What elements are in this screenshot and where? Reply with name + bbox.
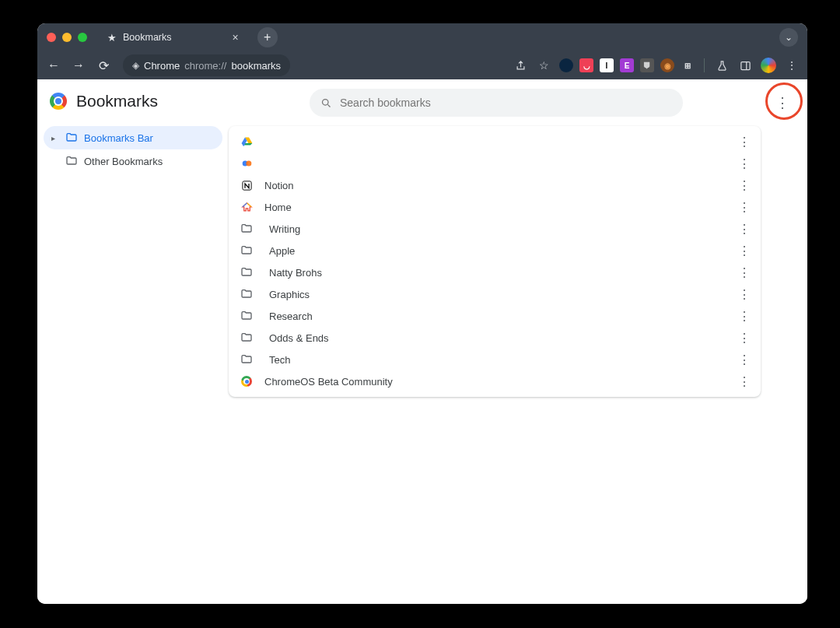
bookmark-more-button[interactable]: ⋮: [736, 222, 753, 237]
tabs-dropdown-button[interactable]: ⌄: [779, 28, 798, 47]
bookmark-item[interactable]: ChromeOS Beta Community⋮: [229, 370, 761, 392]
sidepanel-icon[interactable]: [737, 58, 753, 73]
tab-strip: ★ Bookmarks × + ⌄: [37, 23, 807, 51]
bookmark-more-button[interactable]: ⋮: [736, 331, 753, 346]
profile-avatar[interactable]: [761, 58, 776, 73]
bookmark-item[interactable]: ⋮: [229, 153, 761, 174]
svg-point-1: [323, 99, 329, 105]
folder-icon: [240, 353, 254, 366]
ext-deepl[interactable]: [559, 58, 573, 72]
bookmark-label: Odds & Ends: [269, 332, 736, 344]
folder-icon: [240, 244, 254, 257]
bookmark-more-button[interactable]: ⋮: [736, 156, 753, 171]
page-content: Bookmarks ⋮ ▸Bookmarks BarOther Bookmark…: [37, 79, 807, 604]
search-bar[interactable]: [310, 89, 683, 117]
folder-icon: [240, 288, 254, 300]
bookmark-star-icon[interactable]: ☆: [536, 58, 551, 73]
bookmark-label: Apple: [269, 245, 736, 257]
address-bar[interactable]: ◈ Chrome chrome://bookmarks: [123, 54, 290, 76]
reload-button[interactable]: ⟳: [95, 58, 112, 73]
ext-e[interactable]: E: [620, 58, 634, 72]
forward-button[interactable]: →: [70, 58, 87, 72]
home-color-icon: [240, 202, 254, 213]
bookmark-folder[interactable]: Tech⋮: [229, 349, 761, 370]
bookmark-label: Tech: [269, 354, 736, 366]
ext-instapaper[interactable]: I: [600, 58, 614, 72]
ext-ublock[interactable]: ⛊: [640, 58, 654, 72]
bookmarks-logo-icon: [50, 93, 67, 110]
folder-icon: [240, 223, 254, 235]
bookmark-label: Research: [269, 310, 736, 322]
chevron-right-icon: ▸: [51, 134, 59, 142]
sidebar-item-label: Other Bookmarks: [84, 156, 163, 167]
window-controls: [47, 33, 87, 42]
bookmark-label: Home: [264, 202, 736, 213]
bookmark-label: Natty Brohs: [269, 267, 736, 279]
sidebar-item-other-bookmarks[interactable]: Other Bookmarks: [44, 149, 222, 173]
folder-icon: [65, 132, 78, 144]
copilot-icon: [240, 158, 254, 169]
bookmark-folder[interactable]: Natty Brohs⋮: [229, 261, 761, 283]
ext-puzzle[interactable]: ⊞: [681, 58, 695, 72]
drive-icon: [240, 136, 254, 147]
notion-icon: [240, 180, 254, 191]
organize-menu-button[interactable]: ⋮: [772, 92, 793, 114]
sidebar-item-bookmarks-bar[interactable]: ▸Bookmarks Bar: [44, 126, 222, 149]
bookmark-more-button[interactable]: ⋮: [736, 178, 753, 193]
search-icon: [320, 97, 332, 109]
bookmark-label: Notion: [264, 180, 736, 191]
bookmark-folder[interactable]: Graphics⋮: [229, 283, 761, 305]
browser-tab[interactable]: ★ Bookmarks ×: [100, 23, 247, 51]
bookmark-label: Writing: [269, 223, 736, 235]
star-icon: ★: [107, 32, 117, 44]
bookmark-more-button[interactable]: ⋮: [736, 374, 753, 389]
bookmark-more-button[interactable]: ⋮: [736, 200, 753, 215]
omnibox-path-bold: bookmarks: [231, 60, 281, 72]
bookmark-label: Graphics: [269, 289, 736, 300]
main-panel: ⋮⋮Notion⋮Home⋮Writing⋮Apple⋮Natty Brohs⋮…: [229, 123, 807, 397]
tab-close-button[interactable]: ×: [233, 31, 239, 44]
folder-icon: [65, 155, 78, 167]
fullscreen-window-button[interactable]: [78, 33, 87, 42]
folder-icon: [240, 310, 254, 322]
chrome-icon: [240, 376, 254, 387]
browser-window: ★ Bookmarks × + ⌄ ← → ⟳ ◈ Chrome chrome:…: [37, 23, 807, 604]
search-input[interactable]: [340, 96, 672, 109]
bookmark-folder[interactable]: Writing⋮: [229, 218, 761, 240]
tab-title: Bookmarks: [123, 32, 172, 43]
bookmark-list: ⋮⋮Notion⋮Home⋮Writing⋮Apple⋮Natty Brohs⋮…: [229, 126, 761, 397]
folder-icon: [240, 266, 254, 279]
folder-icon: [240, 332, 254, 344]
sidebar-item-label: Bookmarks Bar: [84, 132, 153, 144]
labs-icon[interactable]: [714, 58, 730, 73]
chrome-logo-icon: ◈: [132, 60, 139, 71]
bookmark-label: ChromeOS Beta Community: [264, 376, 736, 388]
bookmark-more-button[interactable]: ⋮: [736, 287, 753, 302]
bookmark-folder[interactable]: Research⋮: [229, 305, 761, 327]
share-icon[interactable]: [513, 58, 528, 73]
bookmark-more-button[interactable]: ⋮: [736, 265, 753, 280]
new-tab-button[interactable]: +: [257, 27, 278, 47]
bookmark-folder[interactable]: Odds & Ends⋮: [229, 327, 761, 349]
bookmark-item[interactable]: Notion⋮: [229, 174, 761, 196]
bookmark-item[interactable]: ⋮: [229, 131, 761, 153]
svg-point-3: [246, 161, 251, 167]
extensions-area: ◡IE⛊◉⊞: [559, 58, 695, 72]
bookmark-folder[interactable]: Apple⋮: [229, 240, 761, 261]
back-button[interactable]: ←: [45, 58, 62, 72]
close-window-button[interactable]: [47, 33, 56, 42]
sidebar: ▸Bookmarks BarOther Bookmarks: [37, 123, 229, 397]
bookmark-more-button[interactable]: ⋮: [736, 353, 753, 367]
svg-rect-0: [740, 61, 749, 69]
toolbar-separator: [704, 58, 705, 72]
ext-orange[interactable]: ◉: [660, 58, 674, 72]
ext-pocket[interactable]: ◡: [579, 58, 593, 72]
bookmark-more-button[interactable]: ⋮: [736, 309, 753, 324]
bookmark-more-button[interactable]: ⋮: [736, 135, 753, 149]
chrome-menu-button[interactable]: ⋮: [784, 58, 800, 73]
bookmark-more-button[interactable]: ⋮: [736, 244, 753, 258]
minimize-window-button[interactable]: [62, 33, 72, 42]
omnibox-path-dim: chrome://: [184, 60, 226, 72]
omnibox-scheme: Chrome: [144, 60, 180, 72]
bookmark-item[interactable]: Home⋮: [229, 196, 761, 218]
